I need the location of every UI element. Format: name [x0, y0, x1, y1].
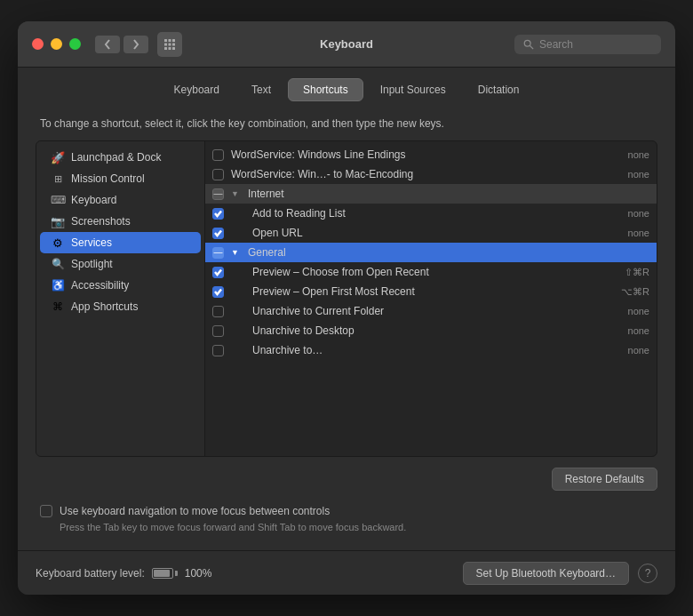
checkbox-open-url[interactable] — [212, 228, 224, 239]
shortcut-key-open-url: none — [628, 228, 649, 238]
nav-checkbox-row: Use keyboard navigation to move focus be… — [40, 505, 653, 517]
battery-body — [152, 568, 173, 579]
services-icon: ⚙ — [51, 236, 65, 250]
titlebar: Keyboard Search — [18, 21, 675, 68]
shortcut-name-ws-mac: WordService: Win…- to Mac-Encoding — [231, 168, 621, 180]
internet-triangle: ▼ — [231, 189, 239, 198]
sidebar-label-services: Services — [71, 236, 112, 249]
search-placeholder: Search — [539, 38, 573, 51]
sidebar-item-spotlight[interactable]: 🔍 Spotlight — [40, 253, 201, 275]
sidebar-item-launchpad[interactable]: 🚀 Launchpad & Dock — [40, 147, 201, 168]
checkbox-reading-list[interactable] — [212, 208, 224, 220]
shortcut-name-open-url: Open URL — [231, 227, 621, 239]
tab-dictation[interactable]: Dictation — [463, 78, 535, 101]
shortcut-name-ws-windows: WordService: Windows Line Endings — [231, 148, 621, 161]
checkbox-general[interactable]: — — [212, 247, 224, 259]
bluetooth-keyboard-button[interactable]: Set Up Bluetooth Keyboard… — [463, 562, 629, 585]
help-button[interactable]: ? — [638, 564, 657, 583]
shortcut-row-preview-choose[interactable]: Preview – Choose from Open Recent ⇧⌘R — [205, 262, 657, 282]
back-button[interactable] — [95, 36, 120, 53]
tab-shortcuts[interactable]: Shortcuts — [288, 78, 363, 101]
instruction-text: To change a shortcut, select it, click t… — [36, 117, 657, 130]
checkbox-unarchive-folder[interactable] — [212, 306, 224, 317]
sidebar: 🚀 Launchpad & Dock ⊞ Mission Control ⌨ K… — [36, 141, 205, 456]
category-name-internet: Internet — [248, 188, 649, 200]
shortcut-name-preview-open: Preview – Open First Most Recent — [231, 285, 614, 298]
sidebar-label-launchpad: Launchpad & Dock — [71, 151, 161, 164]
maximize-button[interactable] — [69, 38, 81, 50]
checkbox-unarchive-to[interactable] — [212, 345, 224, 356]
sidebar-item-screenshots[interactable]: 📷 Screenshots — [40, 211, 201, 232]
search-bar[interactable]: Search — [514, 35, 661, 54]
shortcut-key-unarchive-to: none — [628, 345, 649, 356]
main-panel: 🚀 Launchpad & Dock ⊞ Mission Control ⌨ K… — [36, 140, 657, 457]
shortcut-key-unarchive-desktop: none — [628, 325, 649, 336]
shortcut-row-unarchive-to[interactable]: Unarchive to… none — [205, 340, 657, 360]
shortcut-row-reading-list[interactable]: Add to Reading List none — [205, 204, 657, 223]
shortcut-key-unarchive-folder: none — [628, 306, 649, 316]
tab-keyboard[interactable]: Keyboard — [159, 78, 235, 101]
shortcut-name-reading-list: Add to Reading List — [231, 207, 621, 220]
svg-rect-0 — [164, 39, 167, 42]
battery-label: Keyboard battery level: — [36, 567, 145, 580]
sidebar-item-mission-control[interactable]: ⊞ Mission Control — [40, 168, 201, 189]
window-title: Keyboard — [320, 37, 373, 51]
svg-rect-7 — [169, 47, 171, 50]
keyboard-icon: ⌨ — [51, 193, 65, 207]
svg-rect-8 — [172, 47, 175, 50]
shortcut-name-unarchive-folder: Unarchive to Current Folder — [231, 305, 621, 317]
battery-fill — [154, 570, 170, 577]
restore-defaults-button[interactable]: Restore Defaults — [552, 468, 657, 491]
general-triangle: ▼ — [231, 248, 239, 257]
svg-point-9 — [524, 40, 530, 46]
shortcut-row-ws-windows[interactable]: WordService: Windows Line Endings none — [205, 145, 657, 164]
shortcut-key-preview-choose: ⇧⌘R — [625, 267, 649, 278]
checkbox-unarchive-desktop[interactable] — [212, 325, 224, 337]
sidebar-item-keyboard[interactable]: ⌨ Keyboard — [40, 189, 201, 211]
keyboard-preferences-window: Keyboard Search Keyboard Text Shortcuts … — [18, 21, 675, 595]
mission-control-icon: ⊞ — [51, 172, 65, 186]
svg-rect-6 — [164, 47, 167, 50]
checkbox-ws-mac[interactable] — [212, 169, 224, 180]
shortcut-row-unarchive-folder[interactable]: Unarchive to Current Folder none — [205, 301, 657, 321]
nav-sub-label: Press the Tab key to move focus forward … — [40, 522, 653, 532]
launchpad-icon: 🚀 — [51, 150, 65, 164]
grid-button[interactable] — [157, 32, 182, 57]
forward-button[interactable] — [123, 36, 148, 53]
sidebar-label-keyboard: Keyboard — [71, 194, 116, 206]
shortcut-key-preview-open: ⌥⌘R — [621, 286, 649, 298]
battery-icon — [152, 568, 178, 579]
category-general[interactable]: — ▼ General — [205, 243, 657, 262]
tab-text[interactable]: Text — [236, 78, 286, 101]
nav-checkbox[interactable] — [40, 505, 52, 517]
checkbox-preview-open[interactable] — [212, 286, 224, 298]
shortcut-row-preview-open[interactable]: Preview – Open First Most Recent ⌥⌘R — [205, 282, 657, 301]
traffic-lights — [32, 38, 81, 50]
tab-input-sources[interactable]: Input Sources — [365, 78, 461, 101]
category-name-general: General — [248, 246, 649, 259]
shortcut-key-ws-windows: none — [628, 149, 649, 160]
shortcut-row-open-url[interactable]: Open URL none — [205, 223, 657, 243]
svg-line-10 — [530, 45, 533, 49]
sidebar-item-accessibility[interactable]: ♿ Accessibility — [40, 275, 201, 296]
shortcut-name-unarchive-to: Unarchive to… — [231, 344, 621, 356]
spotlight-icon: 🔍 — [51, 257, 65, 271]
sidebar-label-spotlight: Spotlight — [71, 258, 113, 270]
category-internet[interactable]: — ▼ Internet — [205, 184, 657, 204]
close-button[interactable] — [32, 38, 44, 50]
tabs-bar: Keyboard Text Shortcuts Input Sources Di… — [18, 68, 675, 108]
checkbox-internet[interactable]: — — [212, 188, 224, 200]
svg-rect-2 — [172, 39, 175, 42]
sidebar-item-app-shortcuts[interactable]: ⌘ App Shortcuts — [40, 296, 201, 317]
checkbox-preview-choose[interactable] — [212, 267, 224, 278]
battery-section: Keyboard battery level: 100% — [36, 567, 211, 580]
minimize-button[interactable] — [51, 38, 62, 50]
checkbox-ws-windows[interactable] — [212, 149, 224, 161]
sidebar-label-screenshots: Screenshots — [71, 215, 131, 228]
search-icon — [523, 39, 534, 50]
content-area: To change a shortcut, select it, click t… — [18, 108, 675, 550]
sidebar-item-services[interactable]: ⚙ Services — [40, 232, 201, 253]
svg-rect-4 — [169, 43, 171, 45]
shortcut-row-unarchive-desktop[interactable]: Unarchive to Desktop none — [205, 321, 657, 340]
shortcut-row-ws-mac[interactable]: WordService: Win…- to Mac-Encoding none — [205, 164, 657, 184]
